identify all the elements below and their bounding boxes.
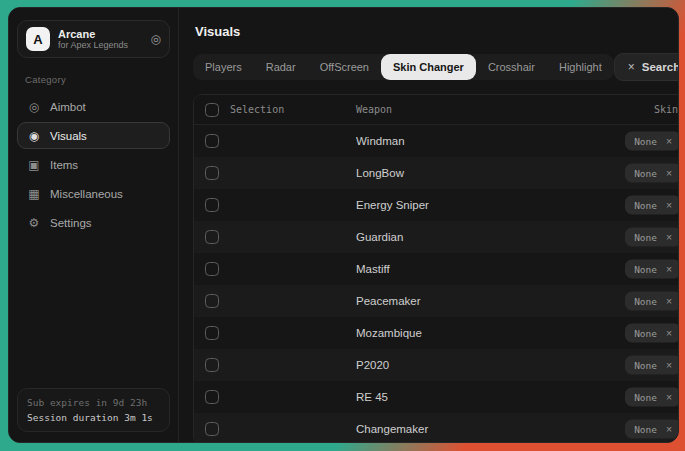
skin-value: None xyxy=(634,360,657,371)
sidebar-item-label: Aimbot xyxy=(50,101,86,113)
tabs-row: Players Radar OffScreen Skin Changer xyxy=(193,53,679,81)
select-all-checkbox[interactable] xyxy=(205,103,219,117)
selection-column-header: Selection xyxy=(230,104,284,115)
sidebar-item[interactable]: ▣ Items xyxy=(17,151,170,178)
weapon-name: Changemaker xyxy=(356,423,428,435)
table-row: RE 45 None × xyxy=(194,381,679,413)
table-row: Guardian None × xyxy=(194,221,679,253)
weapon-name: Mozambique xyxy=(356,327,422,339)
skin-value: None xyxy=(634,264,657,275)
table-header: Selection Weapon Skin xyxy=(194,95,679,125)
row-checkbox[interactable] xyxy=(205,358,219,372)
skin-table: Selection Weapon Skin Windman None × xyxy=(193,94,679,443)
tab-label: Skin Changer xyxy=(393,61,464,73)
gear-icon: ⚙ xyxy=(27,216,41,230)
target-icon: ◎ xyxy=(27,100,41,114)
row-checkbox[interactable] xyxy=(205,262,219,276)
row-checkbox[interactable] xyxy=(205,390,219,404)
page-title: Visuals xyxy=(195,24,679,39)
sub-expires-text: Sub expires in 9d 23h xyxy=(27,397,160,408)
table-row: Windman None × xyxy=(194,125,679,157)
tab-label: Radar xyxy=(266,61,296,73)
clear-skin-icon[interactable]: × xyxy=(666,328,672,339)
table-row: Mastiff None × xyxy=(194,253,679,285)
eye-icon: ◉ xyxy=(27,129,41,143)
search-button-label: Search xyxy=(642,61,679,73)
tab[interactable]: Radar xyxy=(254,54,308,80)
weapon-name: LongBow xyxy=(356,167,404,179)
skin-select-badge[interactable]: None × xyxy=(625,164,679,183)
table-row: P2020 None × xyxy=(194,349,679,381)
skin-column-header: Skin xyxy=(654,104,678,115)
category-label: Category xyxy=(25,74,170,85)
skin-select-badge[interactable]: None × xyxy=(625,196,679,215)
weapon-name: Windman xyxy=(356,135,405,147)
tab-label: OffScreen xyxy=(320,61,369,73)
grid-icon: ▦ xyxy=(27,187,41,201)
clear-skin-icon[interactable]: × xyxy=(666,424,672,435)
sidebar-nav: ◎ Aimbot ◉ Visuals ▣ Items ▦ Miscellaneo… xyxy=(17,93,170,236)
skin-select-badge[interactable]: None × xyxy=(625,356,679,375)
row-checkbox[interactable] xyxy=(205,326,219,340)
tab[interactable]: Skin Changer xyxy=(381,54,476,80)
skin-value: None xyxy=(634,328,657,339)
weapon-name: P2020 xyxy=(356,359,389,371)
table-row: Changemaker None × xyxy=(194,413,679,443)
clear-skin-icon[interactable]: × xyxy=(666,200,672,211)
tab-label: Players xyxy=(205,61,242,73)
skin-value: None xyxy=(634,136,657,147)
tab[interactable]: Players xyxy=(193,54,254,80)
crosshair-icon[interactable]: ◎ xyxy=(151,32,161,46)
sidebar-item-label: Miscellaneous xyxy=(50,188,123,200)
clear-skin-icon[interactable]: × xyxy=(666,168,672,179)
search-icon: × xyxy=(628,60,635,74)
row-checkbox[interactable] xyxy=(205,294,219,308)
clear-skin-icon[interactable]: × xyxy=(666,296,672,307)
app-name: Arcane xyxy=(58,28,143,41)
sidebar-item-label: Visuals xyxy=(50,130,87,142)
app-subtitle: for Apex Legends xyxy=(58,40,143,50)
clear-skin-icon[interactable]: × xyxy=(666,360,672,371)
skin-select-badge[interactable]: None × xyxy=(625,260,679,279)
weapon-name: Mastiff xyxy=(356,263,390,275)
clear-skin-icon[interactable]: × xyxy=(666,136,672,147)
row-checkbox[interactable] xyxy=(205,134,219,148)
session-duration-text: Session duration 3m 1s xyxy=(27,412,160,423)
row-checkbox[interactable] xyxy=(205,166,219,180)
sidebar-item[interactable]: ⚙ Settings xyxy=(17,209,170,236)
row-checkbox[interactable] xyxy=(205,230,219,244)
skin-value: None xyxy=(634,200,657,211)
skin-value: None xyxy=(634,296,657,307)
weapon-name: RE 45 xyxy=(356,391,388,403)
weapon-name: Guardian xyxy=(356,231,403,243)
row-checkbox[interactable] xyxy=(205,198,219,212)
weapon-column-header: Weapon xyxy=(356,104,392,115)
clear-skin-icon[interactable]: × xyxy=(666,264,672,275)
skin-value: None xyxy=(634,232,657,243)
sidebar-item-label: Items xyxy=(50,159,78,171)
skin-select-badge[interactable]: None × xyxy=(625,324,679,343)
sidebar-item[interactable]: ◉ Visuals xyxy=(17,122,170,149)
sidebar-item[interactable]: ▦ Miscellaneous xyxy=(17,180,170,207)
skin-select-badge[interactable]: None × xyxy=(625,228,679,247)
skin-select-badge[interactable]: None × xyxy=(625,420,679,439)
skin-select-badge[interactable]: None × xyxy=(625,388,679,407)
skin-select-badge[interactable]: None × xyxy=(625,132,679,151)
subscription-info-card: Sub expires in 9d 23h Session duration 3… xyxy=(17,388,170,432)
search-button[interactable]: × Search xyxy=(614,53,679,81)
clear-skin-icon[interactable]: × xyxy=(666,392,672,403)
tab[interactable]: Highlight xyxy=(547,54,614,80)
skin-value: None xyxy=(634,392,657,403)
tab-label: Crosshair xyxy=(488,61,535,73)
tab[interactable]: Crosshair xyxy=(476,54,547,80)
tab[interactable]: OffScreen xyxy=(308,54,381,80)
skin-value: None xyxy=(634,424,657,435)
sidebar-item[interactable]: ◎ Aimbot xyxy=(17,93,170,120)
clear-skin-icon[interactable]: × xyxy=(666,232,672,243)
row-checkbox[interactable] xyxy=(205,422,219,436)
table-row: Energy Sniper None × xyxy=(194,189,679,221)
cube-icon: ▣ xyxy=(27,158,41,172)
table-row: Peacemaker None × xyxy=(194,285,679,317)
table-body: Windman None × LongBow None × xyxy=(194,125,679,443)
skin-select-badge[interactable]: None × xyxy=(625,292,679,311)
